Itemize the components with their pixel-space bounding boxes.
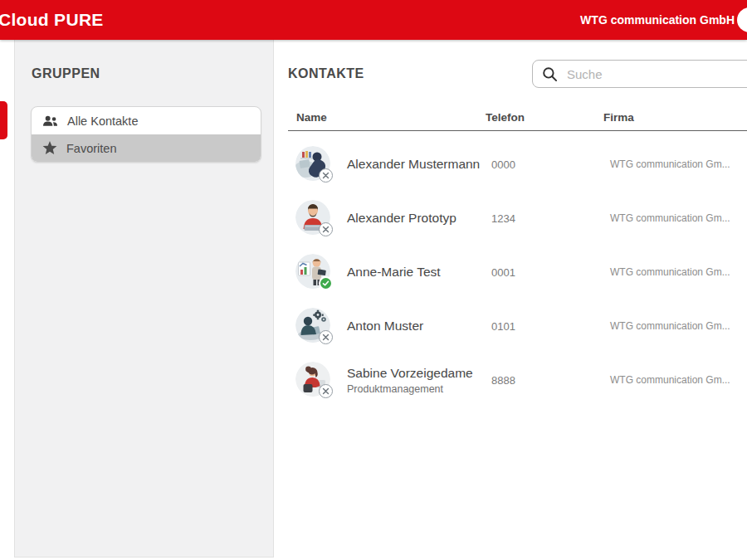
contact-avatar bbox=[295, 254, 330, 289]
sidebar-title: GRUPPEN bbox=[32, 66, 100, 81]
table-row[interactable]: Sabine Vorzeigedame Produktmanagement 88… bbox=[274, 353, 747, 407]
status-badge-offline bbox=[319, 384, 333, 398]
contact-list: Alexander Mustermann 0000 WTG communicat… bbox=[274, 137, 747, 407]
search-box bbox=[532, 60, 747, 88]
sidebar-item-label: Favoriten bbox=[66, 142, 116, 155]
column-header-name: Name bbox=[296, 111, 327, 124]
page-title: KONTAKTE bbox=[288, 66, 364, 81]
top-bar: Cloud PURE WTG communication GmbH bbox=[0, 0, 747, 40]
people-icon bbox=[42, 115, 58, 127]
table-row[interactable]: Anne-Marie Test 0001 WTG communication G… bbox=[274, 245, 747, 299]
sidebar-item-favoriten[interactable]: Favoriten bbox=[32, 134, 261, 162]
group-list: Alle Kontakte Favoriten bbox=[31, 106, 261, 163]
side-panel-handle[interactable] bbox=[0, 101, 7, 139]
contact-avatar bbox=[295, 362, 330, 397]
contact-subtitle: Produktmanagement bbox=[347, 382, 473, 394]
table-row[interactable]: Alexander Mustermann 0000 WTG communicat… bbox=[274, 137, 747, 191]
app-logo: Cloud PURE bbox=[0, 10, 104, 30]
contact-name: Sabine Vorzeigedame bbox=[347, 365, 473, 380]
groups-sidebar: GRUPPEN Alle Kontakte Favoriten bbox=[14, 40, 274, 558]
contact-phone: 1234 bbox=[491, 212, 515, 224]
status-badge-offline bbox=[319, 330, 333, 344]
column-header-firma: Firma bbox=[603, 111, 634, 124]
company-name: WTG communication GmbH bbox=[580, 13, 747, 27]
table-row[interactable]: Alexander Prototyp 1234 WTG communicatio… bbox=[274, 191, 747, 245]
user-avatar[interactable] bbox=[737, 7, 747, 32]
search-input[interactable] bbox=[565, 66, 706, 82]
contact-company: WTG communication Gm... bbox=[610, 320, 730, 332]
contact-avatar bbox=[295, 200, 330, 235]
contact-company: WTG communication Gm... bbox=[610, 158, 730, 170]
contact-name: Alexander Mustermann bbox=[347, 157, 480, 172]
contact-avatar bbox=[295, 308, 330, 343]
contact-name: Alexander Prototyp bbox=[347, 211, 456, 226]
contact-name: Anne-Marie Test bbox=[347, 265, 441, 280]
contact-phone: 0000 bbox=[491, 158, 515, 170]
contact-phone: 8888 bbox=[491, 373, 515, 386]
contact-avatar bbox=[295, 146, 330, 181]
contact-company: WTG communication Gm... bbox=[610, 374, 730, 386]
contact-phone: 0001 bbox=[491, 265, 515, 278]
contact-company: WTG communication Gm... bbox=[610, 266, 730, 278]
status-badge-offline bbox=[319, 222, 333, 236]
status-badge-online bbox=[319, 276, 333, 290]
contact-company: WTG communication Gm... bbox=[610, 212, 730, 224]
search-icon bbox=[542, 66, 558, 82]
column-header-telefon: Telefon bbox=[486, 111, 525, 124]
contact-phone: 0101 bbox=[491, 319, 515, 332]
contacts-panel: KONTAKTE Name Telefon Firma bbox=[274, 40, 747, 560]
star-icon bbox=[42, 141, 57, 155]
sidebar-item-alle-kontakte[interactable]: Alle Kontakte bbox=[32, 107, 261, 134]
contact-name: Anton Muster bbox=[347, 319, 423, 334]
app: { "topbar": { "brand": "Cloud PURE", "co… bbox=[0, 0, 747, 560]
table-header-divider bbox=[288, 130, 747, 131]
sidebar-item-label: Alle Kontakte bbox=[67, 114, 138, 128]
table-row[interactable]: Anton Muster 0101 WTG communication Gm..… bbox=[274, 299, 747, 353]
status-badge-offline bbox=[319, 168, 333, 183]
